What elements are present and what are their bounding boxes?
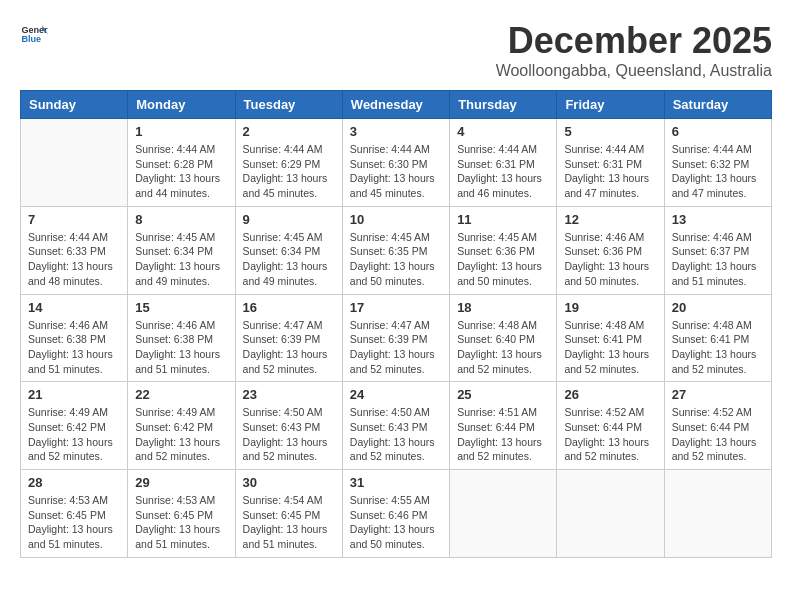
- calendar-cell: 21Sunrise: 4:49 AM Sunset: 6:42 PM Dayli…: [21, 382, 128, 470]
- cell-content: Sunrise: 4:53 AM Sunset: 6:45 PM Dayligh…: [28, 493, 120, 552]
- day-number: 25: [457, 387, 549, 402]
- cell-content: Sunrise: 4:50 AM Sunset: 6:43 PM Dayligh…: [350, 405, 442, 464]
- day-number: 19: [564, 300, 656, 315]
- cell-content: Sunrise: 4:49 AM Sunset: 6:42 PM Dayligh…: [135, 405, 227, 464]
- day-number: 30: [243, 475, 335, 490]
- cell-content: Sunrise: 4:45 AM Sunset: 6:35 PM Dayligh…: [350, 230, 442, 289]
- day-number: 5: [564, 124, 656, 139]
- calendar-cell: 24Sunrise: 4:50 AM Sunset: 6:43 PM Dayli…: [342, 382, 449, 470]
- cell-content: Sunrise: 4:46 AM Sunset: 6:38 PM Dayligh…: [135, 318, 227, 377]
- day-number: 28: [28, 475, 120, 490]
- day-number: 13: [672, 212, 764, 227]
- cell-content: Sunrise: 4:48 AM Sunset: 6:40 PM Dayligh…: [457, 318, 549, 377]
- location-title: Woolloongabba, Queensland, Australia: [496, 62, 772, 80]
- day-number: 12: [564, 212, 656, 227]
- calendar-cell: 11Sunrise: 4:45 AM Sunset: 6:36 PM Dayli…: [450, 206, 557, 294]
- day-header-sunday: Sunday: [21, 91, 128, 119]
- calendar-week-row: 14Sunrise: 4:46 AM Sunset: 6:38 PM Dayli…: [21, 294, 772, 382]
- day-number: 14: [28, 300, 120, 315]
- calendar-cell: 16Sunrise: 4:47 AM Sunset: 6:39 PM Dayli…: [235, 294, 342, 382]
- cell-content: Sunrise: 4:44 AM Sunset: 6:29 PM Dayligh…: [243, 142, 335, 201]
- calendar-week-row: 28Sunrise: 4:53 AM Sunset: 6:45 PM Dayli…: [21, 470, 772, 558]
- calendar-cell: 26Sunrise: 4:52 AM Sunset: 6:44 PM Dayli…: [557, 382, 664, 470]
- cell-content: Sunrise: 4:44 AM Sunset: 6:33 PM Dayligh…: [28, 230, 120, 289]
- day-number: 10: [350, 212, 442, 227]
- calendar-cell: 5Sunrise: 4:44 AM Sunset: 6:31 PM Daylig…: [557, 119, 664, 207]
- calendar-week-row: 1Sunrise: 4:44 AM Sunset: 6:28 PM Daylig…: [21, 119, 772, 207]
- calendar-cell: 6Sunrise: 4:44 AM Sunset: 6:32 PM Daylig…: [664, 119, 771, 207]
- calendar-cell: 1Sunrise: 4:44 AM Sunset: 6:28 PM Daylig…: [128, 119, 235, 207]
- cell-content: Sunrise: 4:54 AM Sunset: 6:45 PM Dayligh…: [243, 493, 335, 552]
- calendar-cell: 28Sunrise: 4:53 AM Sunset: 6:45 PM Dayli…: [21, 470, 128, 558]
- calendar-header-row: SundayMondayTuesdayWednesdayThursdayFrid…: [21, 91, 772, 119]
- calendar-cell: 22Sunrise: 4:49 AM Sunset: 6:42 PM Dayli…: [128, 382, 235, 470]
- day-number: 31: [350, 475, 442, 490]
- calendar-cell: 4Sunrise: 4:44 AM Sunset: 6:31 PM Daylig…: [450, 119, 557, 207]
- day-number: 26: [564, 387, 656, 402]
- cell-content: Sunrise: 4:52 AM Sunset: 6:44 PM Dayligh…: [672, 405, 764, 464]
- day-number: 17: [350, 300, 442, 315]
- calendar-cell: 31Sunrise: 4:55 AM Sunset: 6:46 PM Dayli…: [342, 470, 449, 558]
- cell-content: Sunrise: 4:53 AM Sunset: 6:45 PM Dayligh…: [135, 493, 227, 552]
- cell-content: Sunrise: 4:44 AM Sunset: 6:30 PM Dayligh…: [350, 142, 442, 201]
- cell-content: Sunrise: 4:52 AM Sunset: 6:44 PM Dayligh…: [564, 405, 656, 464]
- calendar-cell: [557, 470, 664, 558]
- cell-content: Sunrise: 4:49 AM Sunset: 6:42 PM Dayligh…: [28, 405, 120, 464]
- day-number: 1: [135, 124, 227, 139]
- day-header-friday: Friday: [557, 91, 664, 119]
- svg-text:Blue: Blue: [21, 34, 41, 44]
- cell-content: Sunrise: 4:44 AM Sunset: 6:31 PM Dayligh…: [564, 142, 656, 201]
- calendar-cell: 27Sunrise: 4:52 AM Sunset: 6:44 PM Dayli…: [664, 382, 771, 470]
- cell-content: Sunrise: 4:48 AM Sunset: 6:41 PM Dayligh…: [564, 318, 656, 377]
- calendar-cell: 30Sunrise: 4:54 AM Sunset: 6:45 PM Dayli…: [235, 470, 342, 558]
- day-header-tuesday: Tuesday: [235, 91, 342, 119]
- calendar-cell: 14Sunrise: 4:46 AM Sunset: 6:38 PM Dayli…: [21, 294, 128, 382]
- calendar-cell: 8Sunrise: 4:45 AM Sunset: 6:34 PM Daylig…: [128, 206, 235, 294]
- calendar-cell: [664, 470, 771, 558]
- calendar-week-row: 7Sunrise: 4:44 AM Sunset: 6:33 PM Daylig…: [21, 206, 772, 294]
- calendar-cell: 25Sunrise: 4:51 AM Sunset: 6:44 PM Dayli…: [450, 382, 557, 470]
- cell-content: Sunrise: 4:48 AM Sunset: 6:41 PM Dayligh…: [672, 318, 764, 377]
- day-number: 16: [243, 300, 335, 315]
- calendar-cell: 10Sunrise: 4:45 AM Sunset: 6:35 PM Dayli…: [342, 206, 449, 294]
- cell-content: Sunrise: 4:46 AM Sunset: 6:38 PM Dayligh…: [28, 318, 120, 377]
- calendar-cell: 23Sunrise: 4:50 AM Sunset: 6:43 PM Dayli…: [235, 382, 342, 470]
- day-number: 9: [243, 212, 335, 227]
- day-header-thursday: Thursday: [450, 91, 557, 119]
- calendar: SundayMondayTuesdayWednesdayThursdayFrid…: [20, 90, 772, 558]
- cell-content: Sunrise: 4:45 AM Sunset: 6:36 PM Dayligh…: [457, 230, 549, 289]
- cell-content: Sunrise: 4:44 AM Sunset: 6:32 PM Dayligh…: [672, 142, 764, 201]
- cell-content: Sunrise: 4:47 AM Sunset: 6:39 PM Dayligh…: [350, 318, 442, 377]
- calendar-cell: [21, 119, 128, 207]
- day-number: 21: [28, 387, 120, 402]
- cell-content: Sunrise: 4:46 AM Sunset: 6:36 PM Dayligh…: [564, 230, 656, 289]
- day-number: 8: [135, 212, 227, 227]
- day-number: 18: [457, 300, 549, 315]
- calendar-cell: 20Sunrise: 4:48 AM Sunset: 6:41 PM Dayli…: [664, 294, 771, 382]
- calendar-cell: 18Sunrise: 4:48 AM Sunset: 6:40 PM Dayli…: [450, 294, 557, 382]
- calendar-cell: 15Sunrise: 4:46 AM Sunset: 6:38 PM Dayli…: [128, 294, 235, 382]
- logo: General Blue: [20, 20, 48, 48]
- cell-content: Sunrise: 4:46 AM Sunset: 6:37 PM Dayligh…: [672, 230, 764, 289]
- calendar-cell: 12Sunrise: 4:46 AM Sunset: 6:36 PM Dayli…: [557, 206, 664, 294]
- calendar-week-row: 21Sunrise: 4:49 AM Sunset: 6:42 PM Dayli…: [21, 382, 772, 470]
- day-number: 6: [672, 124, 764, 139]
- day-number: 7: [28, 212, 120, 227]
- cell-content: Sunrise: 4:45 AM Sunset: 6:34 PM Dayligh…: [135, 230, 227, 289]
- day-header-saturday: Saturday: [664, 91, 771, 119]
- day-header-wednesday: Wednesday: [342, 91, 449, 119]
- cell-content: Sunrise: 4:45 AM Sunset: 6:34 PM Dayligh…: [243, 230, 335, 289]
- calendar-cell: 9Sunrise: 4:45 AM Sunset: 6:34 PM Daylig…: [235, 206, 342, 294]
- day-number: 4: [457, 124, 549, 139]
- calendar-cell: 17Sunrise: 4:47 AM Sunset: 6:39 PM Dayli…: [342, 294, 449, 382]
- header: General Blue December 2025 Woolloongabba…: [20, 20, 772, 80]
- day-number: 2: [243, 124, 335, 139]
- title-area: December 2025 Woolloongabba, Queensland,…: [496, 20, 772, 80]
- cell-content: Sunrise: 4:50 AM Sunset: 6:43 PM Dayligh…: [243, 405, 335, 464]
- day-number: 20: [672, 300, 764, 315]
- calendar-cell: 29Sunrise: 4:53 AM Sunset: 6:45 PM Dayli…: [128, 470, 235, 558]
- cell-content: Sunrise: 4:47 AM Sunset: 6:39 PM Dayligh…: [243, 318, 335, 377]
- calendar-cell: 13Sunrise: 4:46 AM Sunset: 6:37 PM Dayli…: [664, 206, 771, 294]
- calendar-cell: 3Sunrise: 4:44 AM Sunset: 6:30 PM Daylig…: [342, 119, 449, 207]
- calendar-cell: [450, 470, 557, 558]
